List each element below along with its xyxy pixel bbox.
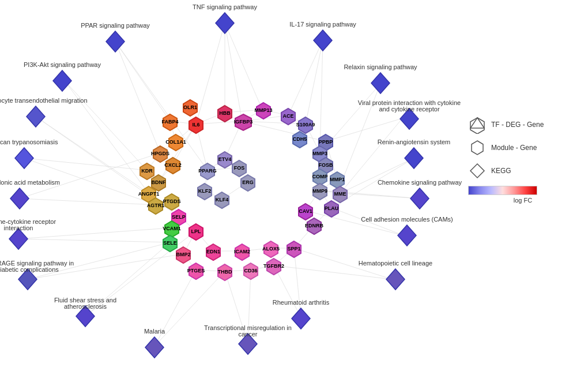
gene-s100a9-label: S100A9 [296,122,315,128]
gene-bdnf-label: BDNF [152,179,166,185]
gene-olr1-label: OLR1 [183,104,197,110]
pathway-il17[interactable] [314,30,332,51]
gene-kdr-label: KDR [141,168,153,174]
gene-pparg-label: PPARG [198,168,216,174]
svg-marker-104 [470,164,484,178]
gene-mmp1-label: MMP1 [330,177,345,182]
gene-ednrb-label: EDNRB [305,223,324,229]
kegg-icon [468,162,487,180]
pathway-relaxin-label: Relaxin signaling pathway [344,63,417,70]
svg-line-18 [24,158,147,170]
pathway-renin[interactable] [405,148,423,168]
pathway-tnf-label: TNF signaling pathway [193,3,257,10]
pathway-cam[interactable] [398,225,416,246]
pathway-ppar[interactable] [106,31,125,52]
pathway-viral-label2: and cytokine receptor [379,106,440,113]
colorbar-label: log FC [468,197,578,204]
gene-bmp2-label: BMP2 [176,252,190,257]
pathway-pi3k[interactable] [53,70,71,91]
svg-line-4 [288,40,323,115]
gene-thbd-label: THBD [218,269,232,275]
gene-mmp9-label: MMP9 [312,188,327,194]
gene-col1a1-label: COL1A1 [165,139,186,145]
pathway-il17-label: IL-17 signaling pathway [289,21,356,28]
gene-ace-label: ACE [282,113,293,119]
gene-tgfbr2-label: TGFBR2 [263,263,284,269]
gene-agtr1-label: AGTR1 [147,203,165,208]
pathway-malaria[interactable] [145,337,164,358]
gene-ppbp-label: PPBP [319,139,333,145]
colorbar [468,186,537,195]
gene-erg-label: ERG [242,179,254,185]
gene-cd36-label: CD36 [244,268,257,274]
pathway-relaxin[interactable] [371,73,390,93]
pathway-arachidonic-label: Arachidonic acid metabolism [0,179,60,186]
pathway-age-label2: diabetic complications [0,266,59,273]
gene-selp-label: SELP [172,214,186,220]
module-gene-icon [468,138,487,157]
gene-etv4-label: ETV4 [218,156,232,162]
pathway-rheum[interactable] [292,308,310,329]
svg-line-38 [154,270,196,346]
svg-line-39 [154,271,225,346]
gene-cxcl2-label: CXCL2 [164,162,182,168]
gene-fosb-label: FOSB [318,162,333,168]
gene-igfbp3-label: IGFBP3 [234,119,253,125]
gene-plau-label: PLAU [325,205,339,211]
legend-kegg-label: KEGG [491,167,511,175]
gene-sele-label: SELE [163,240,177,246]
svg-line-37 [294,248,301,317]
pathway-hema-label: Hematopoietic cell lineage [359,260,432,267]
pathway-tnf[interactable] [216,13,234,33]
svg-line-27 [18,239,172,242]
svg-line-3 [225,23,262,110]
gene-mmp3-label: MMP3 [312,151,327,156]
pathway-leuko-label: Leukocyte transendothelial migration [0,97,88,104]
svg-line-22 [20,199,156,205]
svg-line-16 [326,118,402,141]
gene-fos-label: FOS [234,165,245,171]
gene-alox5-label: ALOX5 [262,246,280,252]
pathway-malaria-label: Malaria [144,328,165,335]
gene-cdh5-label: CDH5 [293,136,307,142]
pathway-arachidonic[interactable] [10,188,29,209]
legend-item-kegg: KEGG [468,162,578,180]
gene-comp-label: COMP [312,174,328,179]
svg-line-36 [274,265,301,317]
colorbar-container: log FC [468,186,578,204]
legend: TF - DEG - Gene Module - Gene KEGG log F… [468,115,578,204]
pathway-renin-label: Renin-angiotensin system [378,138,451,145]
gene-mmp13-label: MMP13 [254,107,272,113]
gene-cav1-label: CAV1 [299,208,312,214]
gene-klf4-label: KLF4 [216,197,229,203]
svg-marker-102 [470,118,484,128]
pathway-rheum-label: Rheumatoid arthritis [273,299,330,306]
gene-lpl-label: LPL [191,229,202,234]
svg-line-5 [306,40,323,124]
legend-item-module: Module - Gene [468,138,578,157]
pathway-chemokine[interactable] [410,188,429,209]
gene-vcam1-label: VCAM1 [163,226,181,231]
pathway-cam-label: Cell adhesion molecules (CAMs) [361,216,453,223]
pathway-hema[interactable] [386,269,405,290]
pathway-cytokine[interactable] [9,229,28,249]
gene-il6-label: IL6 [192,122,199,128]
gene-ptges-label: PTGES [187,268,205,274]
gene-hpgds-label: HPGDS [151,151,169,156]
pathway-leuko[interactable] [27,106,45,127]
gene-ptgds-label: PTGDS [163,199,180,204]
svg-line-26 [18,228,170,239]
legend-module-label: Module - Gene [491,144,537,152]
gene-angpt1-label: ANGPT1 [138,191,160,197]
pathway-cytokine-label2: interaction [4,224,33,231]
legend-item-tf: TF - DEG - Gene [468,115,578,134]
svg-line-11 [65,81,147,170]
pathway-chemokine-label: Chemokine signaling pathway [378,179,462,186]
svg-marker-101 [470,118,484,134]
pathway-african[interactable] [15,148,33,168]
svg-line-33 [274,265,392,279]
tf-deg-gene-icon [468,115,487,134]
pathway-ppar-label: PPAR signaling pathway [81,22,150,29]
gene-mme-label: MME [334,191,346,197]
pathway-african-label: African trypanosomiasis [0,138,58,145]
